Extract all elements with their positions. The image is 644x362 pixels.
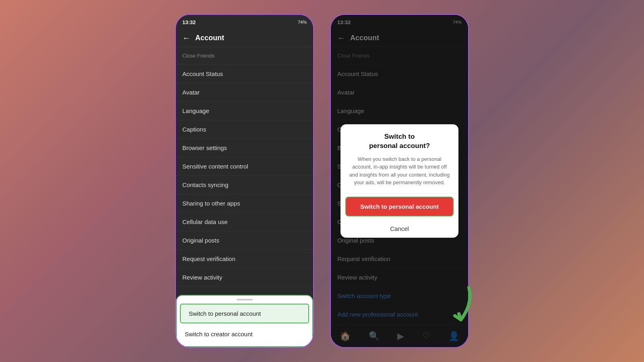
left-battery: 74% bbox=[298, 20, 307, 25]
switch-to-personal-btn[interactable]: Switch to personal account bbox=[180, 304, 309, 323]
list-item-browser-settings[interactable]: Browser settings bbox=[176, 139, 313, 157]
list-item-sensitive-content[interactable]: Sensitive content control bbox=[176, 157, 313, 176]
left-nav-bar: ← Account bbox=[176, 29, 313, 47]
left-back-button[interactable]: ← bbox=[182, 33, 190, 43]
left-status-bar: 13:32 74% bbox=[176, 15, 313, 29]
dialog-content: Switch topersonal account? When you swit… bbox=[341, 124, 458, 193]
sheet-handle bbox=[237, 299, 253, 300]
list-item-review-activity[interactable]: Review activity bbox=[176, 268, 313, 287]
dialog-actions: Switch to personal account Cancel bbox=[341, 193, 458, 238]
list-item-account-status[interactable]: Account Status bbox=[176, 65, 313, 83]
list-item-contacts-syncing[interactable]: Contacts syncing bbox=[176, 176, 313, 194]
left-page-title: Account bbox=[195, 34, 224, 42]
right-phone-wrapper: 13:32 74% ← Account Close Friends Accoun… bbox=[330, 14, 469, 348]
list-item-original-posts[interactable]: Original posts bbox=[176, 231, 313, 250]
left-status-icons: 74% bbox=[298, 20, 307, 25]
left-bottom-sheet: Switch to personal account Switch to cre… bbox=[176, 295, 313, 347]
dialog-message: When you switch back to a personal accou… bbox=[349, 155, 450, 187]
left-phone: 13:32 74% ← Account Close Friends Accoun… bbox=[175, 14, 314, 348]
dialog-title: Switch topersonal account? bbox=[349, 132, 450, 150]
switch-account-dialog: Switch topersonal account? When you swit… bbox=[341, 124, 458, 237]
list-item-language[interactable]: Language bbox=[176, 102, 313, 120]
list-item-avatar[interactable]: Avatar bbox=[176, 83, 313, 102]
list-item-captions[interactable]: Captions bbox=[176, 120, 313, 139]
cancel-button[interactable]: Cancel bbox=[341, 220, 458, 238]
green-arrow-icon bbox=[437, 284, 477, 328]
switch-to-creator-btn[interactable]: Switch to creator account bbox=[177, 325, 312, 343]
list-item-request-verification[interactable]: Request verification bbox=[176, 250, 313, 268]
list-item-close-friends[interactable]: Close Friends bbox=[176, 47, 313, 65]
left-time: 13:32 bbox=[182, 19, 196, 25]
arrow-annotation bbox=[437, 284, 477, 324]
list-item-sharing[interactable]: Sharing to other apps bbox=[176, 194, 313, 213]
confirm-switch-button[interactable]: Switch to personal account bbox=[345, 197, 454, 216]
list-item-cellular[interactable]: Cellular data use bbox=[176, 213, 313, 231]
